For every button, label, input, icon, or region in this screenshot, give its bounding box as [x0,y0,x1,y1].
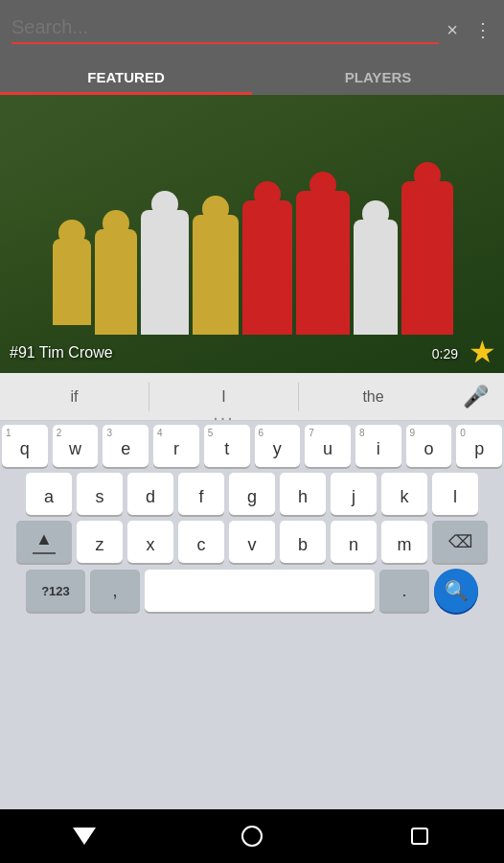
shift-underline [33,552,56,554]
keyboard: 1 q 2 w 3 e 4 r 5 t 6 y 7 u 8 i [0,421,504,809]
key-x[interactable]: x [127,521,173,563]
suggestion-I[interactable]: I ... [149,381,298,413]
suggestion-the[interactable]: the [299,381,447,413]
player-figure [354,220,398,335]
player-figure [242,200,292,335]
key-i[interactable]: 8 i [355,425,401,467]
suggestion-if[interactable]: if [0,381,149,413]
star-button[interactable]: ★ [469,337,496,367]
more-button[interactable]: ⋮ [473,18,493,41]
keyboard-row-4: ?123 , . 🔍 [2,569,502,613]
key-s[interactable]: s [77,473,123,515]
key-f[interactable]: f [178,473,224,515]
key-h[interactable]: h [280,473,326,515]
recent-button[interactable] [391,817,448,855]
keyboard-row-1: 1 q 2 w 3 e 4 r 5 t 6 y 7 u 8 i [2,425,502,467]
search-underline [11,42,439,44]
key-g[interactable]: g [229,473,275,515]
suggestion-dots: ... [213,403,235,425]
player-figure [141,210,189,335]
key-u[interactable]: 7 u [305,425,351,467]
period-key[interactable]: . [379,570,429,612]
key-p[interactable]: 0 p [456,425,502,467]
suggestion-bar: if I ... the 🎤 [0,373,504,421]
space-key[interactable] [145,570,375,612]
players-layer [0,162,504,335]
back-icon [73,828,96,845]
search-icon: 🔍 [445,579,469,602]
comma-icon: , [112,581,117,601]
symbols-key[interactable]: ?123 [26,570,85,612]
video-container[interactable]: #91 Tim Crowe 0:29 ★ [0,95,504,373]
key-n[interactable]: n [331,521,377,563]
mic-button[interactable]: 🎤 [447,385,504,409]
bottom-nav [0,809,504,863]
search-input[interactable] [11,16,439,38]
key-j[interactable]: j [331,473,377,515]
back-button[interactable] [56,817,113,855]
key-b[interactable]: b [280,521,326,563]
mic-icon: 🎤 [463,385,489,408]
tabs: FEATURED PLAYERS [0,59,504,95]
search-icons: × ⋮ [447,18,493,41]
search-bar: × ⋮ [0,0,504,59]
search-input-wrapper [11,16,439,44]
key-w[interactable]: 2 w [53,425,99,467]
player-figure [193,215,239,335]
video-duration: 0:29 [432,346,458,362]
home-button[interactable] [223,817,281,855]
key-d[interactable]: d [127,473,173,515]
shift-icon: ▲ [35,529,53,549]
key-t[interactable]: 5 t [204,425,250,467]
player-figure [95,229,137,335]
close-button[interactable]: × [447,19,458,41]
key-k[interactable]: k [381,473,427,515]
comma-key[interactable]: , [90,570,140,612]
search-key[interactable]: 🔍 [434,569,478,613]
period-icon: . [401,581,406,601]
home-icon [241,826,263,847]
key-o[interactable]: 9 o [406,425,452,467]
tab-featured[interactable]: FEATURED [0,59,252,95]
recent-icon [411,828,428,845]
key-l[interactable]: l [432,473,478,515]
shift-key[interactable]: ▲ [16,521,72,563]
backspace-icon: ⌫ [448,531,472,552]
key-e[interactable]: 3 e [103,425,149,467]
keyboard-row-2: a s d f g h j k l [2,473,502,515]
player-figure [296,191,350,335]
key-y[interactable]: 6 y [255,425,301,467]
key-a[interactable]: a [26,473,72,515]
keyboard-row-3: ▲ z x c v b n m ⌫ [2,521,502,563]
player-figure [53,239,91,325]
key-m[interactable]: m [381,521,427,563]
close-icon: × [447,19,458,41]
tab-players[interactable]: PLAYERS [252,59,504,95]
video-background [0,95,504,373]
more-icon: ⋮ [473,18,493,41]
star-icon: ★ [469,335,496,369]
player-figure [401,181,453,335]
backspace-key[interactable]: ⌫ [432,521,488,563]
video-caption: #91 Tim Crowe [10,344,113,362]
key-r[interactable]: 4 r [153,425,199,467]
key-v[interactable]: v [229,521,275,563]
key-q[interactable]: 1 q [2,425,48,467]
key-c[interactable]: c [178,521,224,563]
key-z[interactable]: z [77,521,123,563]
